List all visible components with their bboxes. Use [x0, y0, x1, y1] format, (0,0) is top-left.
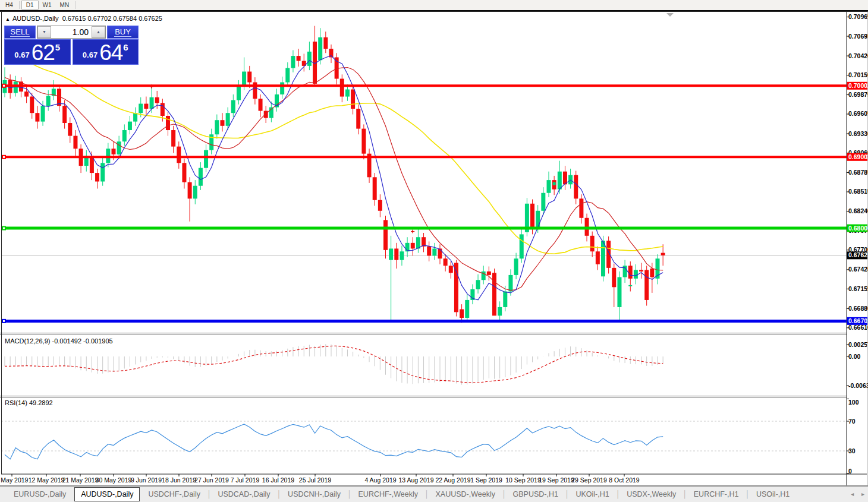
candle: [291, 56, 295, 68]
candle: [508, 275, 512, 292]
candle: [73, 136, 77, 149]
candle: [449, 266, 453, 273]
sell-button-label: SELL: [10, 27, 30, 37]
ohlc-low: 0.67584: [113, 15, 137, 22]
sell-price-big: 62: [32, 44, 55, 62]
tab-usdcad-daily[interactable]: USDCAD-,Daily: [211, 487, 276, 502]
candle: [394, 248, 398, 260]
candle: [639, 270, 643, 271]
candle: [361, 129, 366, 154]
candle: [68, 123, 72, 136]
volume-input[interactable]: [51, 26, 92, 38]
symbol-marker-icon: ▲: [5, 17, 10, 22]
candle: [612, 268, 616, 287]
axis-tick-label: 0.68240: [848, 207, 868, 214]
axis-tick-label: 0.66880: [848, 305, 868, 312]
tab-eurusd-daily[interactable]: EURUSD-,Daily: [7, 487, 73, 502]
axis-tick-label: -0.006326: [848, 382, 868, 389]
candle: [590, 236, 595, 251]
candle: [307, 52, 312, 66]
candle: [628, 266, 633, 279]
sell-price-box[interactable]: 0.67625: [4, 39, 71, 65]
ohlc-high: 0.67702: [88, 15, 112, 22]
date-axis-label: 29 Sep 2019: [571, 476, 607, 484]
sell-button[interactable]: SELL: [4, 26, 36, 39]
candle: [644, 270, 649, 299]
tab-audusd-daily[interactable]: AUDUSD-,Daily: [74, 487, 140, 501]
candle: [383, 220, 388, 250]
chart-canvas[interactable]: 0.709650.706950.704200.701500.698750.696…: [0, 11, 868, 486]
tab-eurchf-h1[interactable]: EURCHF-,H1: [687, 487, 746, 502]
candle: [634, 270, 638, 278]
candle: [318, 37, 322, 60]
candle: [280, 83, 284, 94]
tab-scroll-controls: ◂ ▸: [845, 491, 864, 497]
candle: [601, 241, 605, 276]
axis-tick-label: 0.70002: [848, 82, 868, 89]
trade-marker-icon: [553, 182, 556, 185]
tab-eurchf-weekly[interactable]: EURCHF-,Weekly: [352, 487, 424, 502]
candle: [487, 271, 491, 275]
candle: [541, 193, 545, 211]
candle: [492, 273, 496, 315]
price-level-handle-dot: [3, 85, 5, 87]
candle: [345, 90, 350, 97]
candle: [498, 307, 502, 315]
candle: [574, 175, 578, 199]
axis-tick-label: 30: [848, 447, 856, 454]
candle: [460, 310, 464, 318]
chevron-down-icon: ▼: [42, 30, 46, 34]
candle: [188, 182, 192, 199]
tab-scroll-right-icon[interactable]: ▸: [861, 491, 864, 497]
candle: [30, 97, 34, 113]
candle: [100, 163, 105, 181]
candle: [237, 86, 241, 100]
date-axis-label: 1 Sep 2019: [470, 476, 502, 484]
axis-tick-label: 100: [848, 399, 859, 406]
timeframe-button-w1[interactable]: W1: [39, 1, 56, 10]
candle: [177, 147, 181, 163]
timeframe-button-h4[interactable]: H4: [1, 1, 17, 10]
sell-price-pip: 5: [55, 42, 60, 52]
candle: [335, 57, 339, 78]
tab-scroll-left-icon[interactable]: ◂: [851, 491, 854, 497]
candle: [579, 198, 583, 217]
tab-usdchf-daily[interactable]: USDCHF-,Daily: [141, 487, 207, 502]
candle: [171, 130, 175, 147]
chevron-up-icon: ▲: [96, 30, 100, 34]
price-level-handle-dot: [3, 156, 5, 158]
timeframe-button-mn[interactable]: MN: [56, 1, 74, 10]
candle: [155, 97, 159, 103]
tab-xauusd-weekly[interactable]: XAUUSD-,Weekly: [429, 487, 502, 502]
buy-button[interactable]: BUY: [107, 26, 139, 39]
tab-separator: │: [347, 490, 352, 498]
timeframe-button-d1[interactable]: D1: [21, 1, 39, 10]
tab-usdcnh-daily[interactable]: USDCNH-,Daily: [281, 487, 347, 502]
macd-indicator-label: MACD(12,26,9) -0.001492 -0.001905: [5, 337, 113, 345]
axis-tick-label: 0.70695: [848, 33, 868, 40]
candle: [596, 251, 600, 264]
symbol-label: AUDUSD-,Daily: [12, 15, 59, 22]
candle: [444, 258, 448, 266]
tab-ukoil-h1[interactable]: UKOil-,H1: [569, 487, 615, 502]
candle: [617, 277, 621, 307]
candle: [199, 168, 203, 186]
candle: [547, 180, 551, 193]
tab-usoil-h1[interactable]: USOil-,H1: [750, 487, 796, 502]
volume-stepper: ▼ ▲: [37, 26, 106, 39]
chart-symbol-header: ▲AUDUSD-,Daily 0.67615 0.67702 0.67584 0…: [5, 15, 162, 22]
buy-price-box[interactable]: 0.67646: [73, 39, 139, 65]
tab-separator: │: [502, 490, 507, 498]
candle: [427, 247, 431, 256]
toolbar-divider: [19, 1, 20, 9]
candle: [226, 113, 230, 126]
candle: [400, 251, 404, 260]
axis-tick-label: 0.00: [848, 353, 861, 360]
volume-increase-button[interactable]: ▲: [92, 26, 105, 38]
axis-tick-label: 0.67425: [848, 266, 868, 273]
candle: [41, 106, 45, 121]
tab-usdx-weekly[interactable]: USDX-,Weekly: [620, 487, 683, 502]
tab-gbpusd-h1[interactable]: GBPUSD-,H1: [506, 487, 564, 502]
candle: [95, 173, 99, 181]
volume-decrease-button[interactable]: ▼: [37, 26, 51, 38]
